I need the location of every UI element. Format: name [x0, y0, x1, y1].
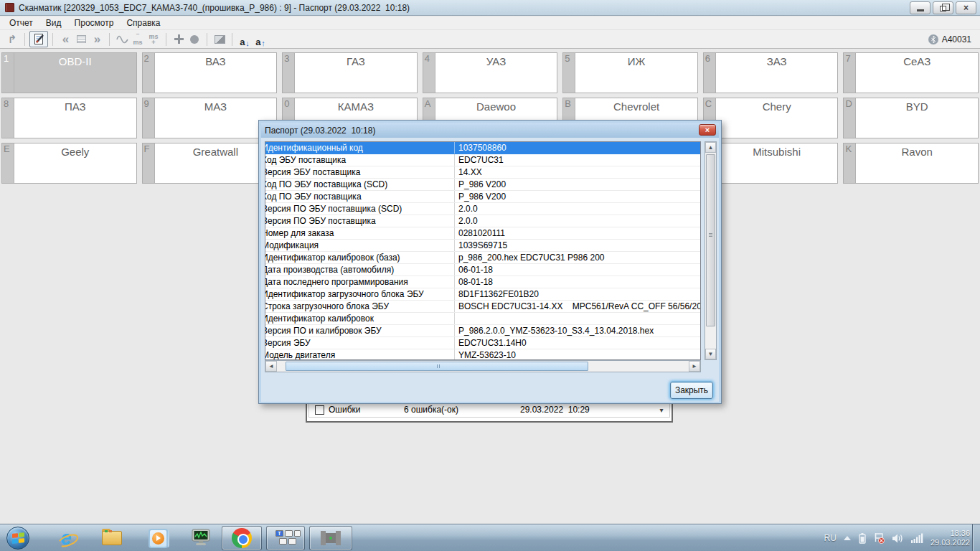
brand-cell-OBD-II[interactable]: 1OBD-II	[1, 52, 137, 93]
brand-cell-ИЖ[interactable]: 5ИЖ	[562, 52, 698, 93]
taskbar-media-player[interactable]	[143, 526, 172, 550]
brand-label: Chevrolet	[575, 98, 697, 113]
waveform-button[interactable]	[114, 32, 130, 47]
notepad-icon	[33, 33, 45, 45]
windows-flag-icon	[12, 532, 24, 545]
hidden-icons-button[interactable]	[844, 536, 851, 540]
passport-row[interactable]: Версия ЭБУ поставщика14.XX	[265, 166, 700, 179]
dialog-close-button[interactable]: ×	[699, 124, 716, 136]
param-name: Модель двигателя	[265, 349, 455, 360]
passport-row[interactable]: Модель двигателяYMZ-53623-10	[265, 349, 700, 360]
horizontal-scrollbar[interactable]: ◄ ►	[265, 360, 701, 372]
scroll-right-button[interactable]: ►	[689, 361, 700, 372]
passport-row[interactable]: Версия ПО и калибровок ЭБУP_986.2.0.0_YM…	[265, 325, 700, 337]
brand-hotkey: 2	[143, 53, 155, 93]
brand-cell-ЗАЗ[interactable]: 6ЗАЗ	[703, 52, 839, 93]
taskbar-keyboard-layout[interactable]: T	[266, 526, 305, 550]
menu-item-report[interactable]: Отчет	[3, 17, 39, 29]
font-increase-button[interactable]: a↑	[253, 32, 268, 47]
system-tray: RU	[824, 524, 970, 551]
passport-row[interactable]: Версия ПО ЭБУ поставщика2.0.0	[265, 215, 700, 227]
passport-row[interactable]: Идентификатор загрузочного блока ЭБУ8D1F…	[265, 288, 700, 301]
passport-row[interactable]: Идентификатор калибровок (база)p_986_200…	[265, 252, 700, 264]
report-row-errors[interactable]: Ошибки 6 ошибка(-ок) 29.03.2022 10:29 ▾	[308, 402, 670, 418]
up-arrow-button[interactable]: ↱	[4, 32, 20, 47]
passport-row[interactable]: Дата производства (автомобиля)06-01-18	[265, 264, 700, 276]
passport-row[interactable]: Код ПО ЭБУ поставщикаP_986 V200	[265, 191, 700, 203]
taskbar-chrome[interactable]	[222, 526, 262, 550]
brand-cell-МАЗ[interactable]: 9МАЗ	[142, 98, 278, 138]
brand-cell-BYD[interactable]: DBYD	[843, 98, 979, 138]
passport-row[interactable]: Код ЭБУ поставщикаEDC7UC31	[265, 154, 700, 166]
passport-row[interactable]: Код ПО ЭБУ поставщика (SCD)P_986 V200	[265, 179, 700, 191]
record-button[interactable]	[187, 32, 202, 47]
action-center-flag-icon[interactable]	[874, 532, 885, 544]
close-button[interactable]: ×	[956, 1, 976, 14]
volume-icon[interactable]	[892, 533, 904, 544]
dialog-close-action-button[interactable]: Закрыть	[670, 382, 713, 399]
font-decrease-button[interactable]: a↓	[237, 32, 253, 47]
menu-item-view[interactable]: Вид	[39, 17, 68, 29]
passport-row[interactable]: Идентификатор калибровок	[265, 313, 700, 325]
param-name: Идентификатор загрузочного блока ЭБУ	[265, 288, 455, 300]
dialog-titlebar[interactable]: Паспорт (29.03.2022 10:18) ×	[261, 123, 719, 138]
snapshot-button[interactable]	[212, 32, 227, 47]
minimize-button[interactable]	[910, 1, 930, 14]
errors-checkbox[interactable]	[315, 405, 324, 415]
passport-row[interactable]: Номер для заказа0281020111	[265, 227, 700, 240]
ms-plus-button[interactable]: ms +	[146, 32, 161, 47]
tray-clock[interactable]: 18:36 29.03.2022	[930, 529, 970, 547]
brand-cell-Geely[interactable]: EGeely	[1, 143, 137, 184]
brand-label: УАЗ	[435, 53, 557, 67]
brand-cell-УАЗ[interactable]: 4УАЗ	[423, 52, 558, 93]
network-signal-icon[interactable]	[911, 533, 923, 543]
param-value: 0281020111	[455, 227, 700, 239]
ms-minus-button[interactable]: ‾ ms	[130, 32, 146, 47]
passport-row[interactable]: Модификация1039S69715	[265, 240, 700, 252]
start-button[interactable]	[6, 527, 29, 550]
menu-item-preview[interactable]: Просмотр	[68, 17, 121, 29]
taskbar-device-monitor[interactable]	[185, 526, 217, 550]
show-desktop-button[interactable]	[972, 524, 980, 551]
brand-cell-Ravon[interactable]: KRavon	[843, 143, 979, 184]
passport-row[interactable]: Версия ПО ЭБУ поставщика (SCD)2.0.0	[265, 203, 700, 215]
prev-page-button[interactable]: «	[57, 32, 73, 47]
param-name: Версия ЭБУ поставщика	[265, 166, 455, 178]
list-view-button[interactable]	[73, 32, 89, 47]
passport-row[interactable]: Идентификационный код1037508860	[265, 142, 700, 154]
report-notepad-button[interactable]	[29, 31, 48, 47]
brand-cell-СеАЗ[interactable]: 7СеАЗ	[843, 52, 979, 93]
brand-cell-Greatwall[interactable]: FGreatwall	[142, 143, 278, 184]
brand-cell-Mitsubishi[interactable]: Mitsubishi	[703, 143, 839, 184]
toolbar-separator	[166, 33, 166, 46]
language-indicator[interactable]: RU	[824, 533, 837, 543]
dialog-title: Паспорт (29.03.2022 10:18)	[261, 126, 375, 136]
scroll-down-button[interactable]: ▼	[705, 349, 716, 359]
dropdown-arrow-icon[interactable]: ▾	[656, 404, 667, 415]
taskbar-internet-explorer[interactable]: e	[52, 526, 80, 550]
brand-cell-ВАЗ[interactable]: 2ВАЗ	[142, 52, 278, 93]
marker-button[interactable]	[171, 32, 187, 47]
vertical-scroll-thumb[interactable]	[706, 154, 715, 326]
restore-button[interactable]	[933, 1, 953, 14]
next-page-button[interactable]: »	[89, 32, 105, 47]
brand-cell-ПАЗ[interactable]: 8ПАЗ	[1, 98, 137, 138]
horizontal-scroll-thumb[interactable]	[286, 362, 588, 371]
taskbar-scanmatic[interactable]	[309, 526, 352, 550]
brand-label: Ravon	[856, 143, 978, 158]
brand-hotkey: 6	[704, 53, 716, 93]
brand-hotkey: D	[844, 98, 856, 138]
passport-row[interactable]: Строка загрузочного блока ЭБУBOSCH EDC7U…	[265, 301, 700, 313]
menu-item-help[interactable]: Справка	[120, 17, 166, 29]
scroll-left-button[interactable]: ◄	[265, 361, 277, 372]
param-name: Номер для заказа	[265, 227, 455, 239]
scroll-up-button[interactable]: ▲	[705, 142, 716, 153]
taskbar-windows-explorer[interactable]	[98, 526, 126, 550]
passport-row[interactable]: Версия ЭБУEDC7UC31.14H0	[265, 337, 700, 349]
passport-row[interactable]: Дата последнего программирования08-01-18	[265, 276, 700, 288]
brand-cell-ГАЗ[interactable]: 3ГАЗ	[282, 52, 418, 93]
param-value: 08-01-18	[455, 276, 700, 288]
battery-icon[interactable]	[858, 532, 867, 544]
brand-cell-Chery[interactable]: CChery	[703, 98, 839, 138]
vertical-scrollbar[interactable]: ▲ ▼	[705, 141, 717, 360]
